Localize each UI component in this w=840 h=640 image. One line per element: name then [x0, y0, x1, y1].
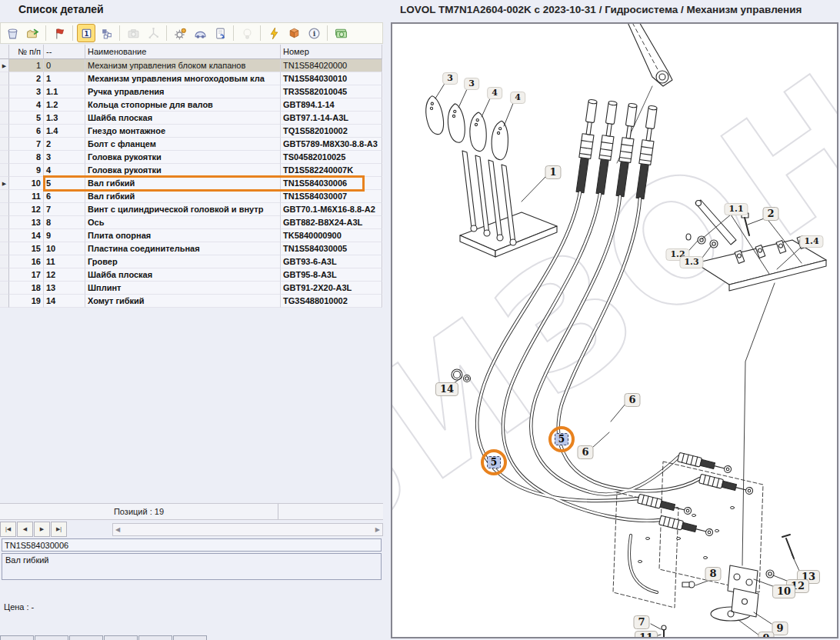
cell-index: 12 — [9, 203, 44, 216]
table-row[interactable]: 1510Пластина соединительнаяTN1S584030005 — [0, 242, 383, 255]
callout-10[interactable]: 10 — [772, 585, 795, 598]
callout-4[interactable]: 4 — [487, 87, 502, 99]
scroll-right-icon[interactable]: ▶ — [375, 526, 380, 533]
cell-position: 9 — [44, 229, 85, 242]
horizontal-scrollbar[interactable]: ◀ ▶ — [112, 523, 383, 536]
cell-index: 14 — [9, 229, 44, 242]
table-row[interactable]: ▶10Механизм управления блоком клапановTN… — [0, 59, 383, 72]
cell-index: 17 — [9, 268, 44, 282]
cell-name: Вал гибкий — [85, 177, 281, 190]
cell-number: TR3S582010045 — [281, 85, 382, 98]
callout-9[interactable]: 9 — [758, 632, 774, 638]
table-row[interactable]: 116Вал гибкийTN1S584030007 — [0, 190, 383, 203]
cell-position: 1.3 — [44, 112, 85, 125]
cell-position: 5 — [44, 177, 85, 190]
breadcrumb-title: LOVOL TM7N1A2604-002K с 2023-10-31 / Гид… — [391, 0, 840, 22]
table-row[interactable]: 41.2Кольца стопорные для валовGBT894.1-1… — [0, 98, 383, 112]
table-row[interactable]: 1914Хомут гибкийTG3S488010002 — [0, 295, 383, 308]
callout-label: 5 — [487, 456, 501, 468]
row-marker — [0, 125, 9, 138]
callout-1.1[interactable]: 1.1 — [724, 203, 748, 215]
page-number-icon-button[interactable]: 1 — [77, 24, 95, 42]
table-row[interactable]: 1611ГроверGBT93-6-A3L — [0, 255, 383, 268]
cell-position: 13 — [44, 282, 85, 295]
lightning-icon-button[interactable] — [265, 24, 283, 42]
callout-5-highlighted[interactable]: 5 — [548, 426, 575, 452]
callout-4[interactable]: 4 — [510, 92, 525, 104]
callout-1.3[interactable]: 1.3 — [679, 256, 703, 268]
col-header-index[interactable]: № п/п — [9, 45, 44, 59]
callout-14[interactable]: 14 — [435, 382, 458, 396]
table-row[interactable]: 72Болт с фланцемGBT5789-M8X30-8.8-A3 — [0, 138, 383, 151]
toolbar-separator — [166, 25, 167, 41]
table-row[interactable]: 21Механизм управления многоходовым клаTN… — [0, 72, 383, 85]
exploded-view-drawing: БИЗОН — [392, 24, 837, 637]
car-icon-button[interactable] — [191, 24, 209, 42]
col-header-name[interactable]: Наименование — [85, 45, 281, 59]
table-row[interactable]: 127Винт с цилиндрической головкой и внут… — [0, 203, 383, 216]
scroll-left-icon[interactable]: ◀ — [115, 526, 120, 533]
gear-info-icon-button[interactable] — [171, 24, 189, 42]
cell-number: TN1S584030006 — [281, 177, 382, 190]
document-check-icon-button[interactable] — [211, 24, 229, 42]
cell-position: 3 — [44, 151, 85, 164]
structure-icon-button[interactable] — [97, 24, 115, 42]
table-row[interactable]: 31.1Ручка управленияTR3S582010045 — [0, 85, 383, 98]
callout-1.4[interactable]: 1.4 — [799, 235, 823, 248]
callout-9[interactable]: 9 — [772, 622, 788, 635]
part-number-field[interactable] — [2, 538, 382, 552]
row-marker — [0, 190, 9, 203]
cell-name: Вал гибкий — [85, 190, 281, 203]
next-record-button[interactable]: ▶ — [34, 522, 50, 537]
cube-icon-button[interactable] — [285, 24, 303, 42]
callout-8[interactable]: 8 — [705, 567, 721, 581]
table-row[interactable]: 1712Шайба плоскаяGBT95-8-A3L — [0, 268, 383, 282]
col-header-position[interactable]: -- — [44, 45, 85, 59]
table-row[interactable]: 94Головка рукояткиTD1S582240007K — [0, 164, 383, 177]
callout-6[interactable]: 6 — [577, 445, 593, 459]
callout-3[interactable]: 3 — [442, 72, 458, 85]
info-icon: i — [308, 27, 321, 40]
parts-list-panel: Список деталей 1i № п/п -- Наименование … — [0, 0, 386, 640]
gear-info-icon — [174, 27, 187, 40]
camera-icon-button[interactable] — [124, 24, 142, 42]
last-record-button[interactable]: ▶| — [51, 522, 67, 537]
flag-icon-button[interactable] — [50, 24, 68, 42]
axes-icon-button[interactable] — [144, 24, 162, 42]
table-row[interactable]: 51.3Шайба плоскаяGBT97.1-14-A3L — [0, 112, 383, 125]
folder-open-icon-button[interactable] — [23, 24, 42, 42]
callout-11[interactable]: 11 — [635, 631, 658, 638]
money-icon-button[interactable] — [332, 24, 350, 42]
callout-6[interactable]: 6 — [624, 393, 640, 407]
cell-position: 11 — [44, 255, 85, 268]
row-marker — [0, 72, 9, 85]
table-row[interactable]: 61.4Гнездо монтажноеTQ1S582010002 — [0, 125, 383, 138]
toolbar-separator — [72, 25, 73, 41]
cell-name: Гровер — [85, 255, 281, 268]
money-icon — [335, 27, 348, 40]
cell-name: Винт с цилиндрической головкой и внутр — [85, 203, 281, 216]
callout-1[interactable]: 1 — [545, 165, 561, 179]
bulb-icon-button[interactable] — [238, 24, 256, 42]
table-row[interactable]: 149Плита опорнаяTK5840000900 — [0, 229, 383, 242]
table-row[interactable]: 83Головка рукояткиTS04582010025 — [0, 151, 383, 164]
col-header-number[interactable]: Номер — [281, 45, 382, 59]
first-record-button[interactable]: |◀ — [0, 522, 16, 537]
cell-index: 3 — [9, 85, 44, 98]
part-description-field[interactable]: Вал гибкий — [2, 553, 382, 580]
callout-3[interactable]: 3 — [464, 78, 479, 90]
previous-record-button[interactable]: ◀ — [17, 522, 33, 537]
table-row[interactable]: ▶105Вал гибкийTN1S584030006 — [0, 177, 383, 190]
info-icon-button[interactable]: i — [305, 24, 323, 42]
callout-2[interactable]: 2 — [762, 207, 778, 221]
cell-number: GBT70.1-M6X16-8.8-A2 — [281, 203, 382, 216]
callout-7[interactable]: 7 — [633, 615, 649, 629]
record-navigator: |◀ ◀ ▶ ▶| ◀ ▶ — [0, 522, 383, 537]
cell-position: 2 — [44, 138, 85, 151]
diagram-panel: БИЗОН — [391, 22, 838, 638]
table-row[interactable]: 138ОсьGBT882-B8X24-A3L — [0, 216, 383, 229]
callout-5-highlighted[interactable]: 5 — [481, 449, 507, 475]
structure-icon — [100, 27, 113, 40]
table-row[interactable]: 1813ШплинтGBT91-2X20-A3L — [0, 282, 383, 295]
trash-icon-button[interactable] — [3, 24, 22, 42]
